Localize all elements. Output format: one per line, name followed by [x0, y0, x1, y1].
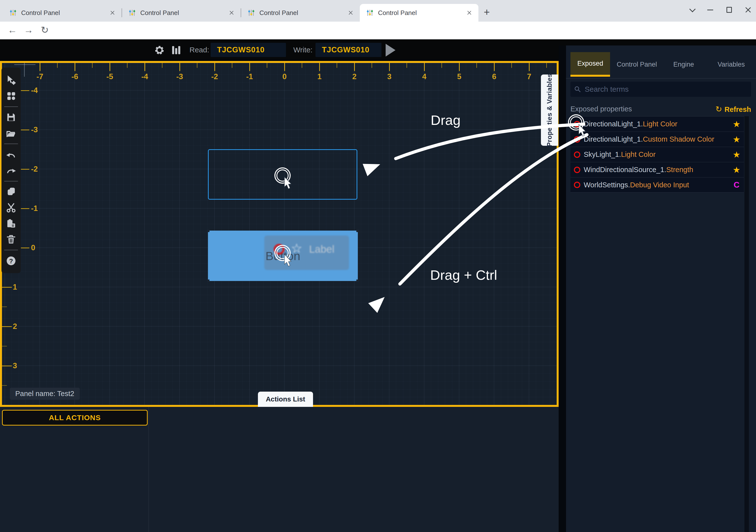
sidebar-tab-variables[interactable]: Variables	[711, 52, 752, 77]
composite-badge[interactable]: C	[729, 180, 744, 190]
exposed-property-row[interactable]: DirectionalLight_1.Custom Shadow Color★	[570, 132, 744, 147]
favorite-star-icon[interactable]: ★	[729, 119, 744, 129]
panel-name-badge: Panel name: Test2	[10, 388, 80, 400]
redo-icon[interactable]	[6, 165, 16, 176]
property-name: Strength	[666, 166, 693, 174]
maximize-icon[interactable]	[726, 7, 732, 13]
panel-editor-canvas[interactable]: Button ☆ Label Drag Drag + Ctrl Panel na…	[0, 61, 559, 407]
read-label: Read:	[189, 46, 209, 54]
sidebar-tabs: ExposedControl PanelEngineVariables	[566, 45, 756, 79]
favorite-star-icon[interactable]: ★	[729, 165, 744, 175]
favorite-star-icon[interactable]: ★	[729, 135, 744, 144]
exposed-property-row[interactable]: WindDirectionalSource_1.Strength★	[570, 162, 744, 177]
property-owner: WindDirectionalSource_1.	[584, 166, 666, 174]
property-owner: DirectionalLight_1.	[584, 120, 643, 128]
read-engine-input[interactable]	[211, 43, 286, 57]
resize-handle[interactable]	[356, 230, 359, 232]
editor-toolbar: ?	[1, 67, 21, 273]
close-tab-icon[interactable]	[348, 10, 353, 15]
ruler-tick-x	[389, 63, 390, 71]
ruler-label-x: 2	[352, 72, 356, 81]
sidebar-search[interactable]	[570, 82, 751, 97]
settings-gear-icon[interactable]	[154, 45, 165, 56]
ruler-tick-y	[21, 130, 29, 130]
ruler-tick-x	[74, 63, 75, 71]
right-sidebar: ExposedControl PanelEngineVariables Expo…	[566, 45, 756, 532]
ruler-minor-tick-x	[337, 63, 337, 68]
ruler-tick-x	[494, 63, 495, 71]
app-favicon-sliders-icon	[248, 9, 255, 16]
resize-handle[interactable]	[207, 280, 209, 282]
record-ring-icon[interactable]	[574, 167, 580, 173]
sidebar-tab-engine[interactable]: Engine	[666, 52, 701, 77]
open-folder-icon[interactable]	[6, 128, 16, 139]
search-input[interactable]	[585, 85, 748, 93]
close-tab-icon[interactable]	[467, 10, 472, 15]
property-name: Light Color	[643, 120, 677, 128]
sidebar-tab-exposed[interactable]: Exposed	[570, 52, 610, 77]
forward-button[interactable]: →	[22, 23, 36, 37]
browser-tab-0[interactable]: Control Panel	[3, 4, 122, 22]
columns-layout-icon[interactable]	[170, 45, 182, 56]
ruler-minor-tick-x	[267, 63, 267, 68]
new-tab-button[interactable]: +	[481, 7, 492, 18]
play-button[interactable]	[386, 44, 395, 57]
exposed-property-row[interactable]: SkyLight_1.Light Color★	[570, 147, 744, 162]
delete-trash-icon[interactable]	[6, 234, 16, 245]
ruler-label-y: 3	[13, 361, 17, 370]
record-ring-icon[interactable]	[574, 151, 580, 158]
properties-variables-tab[interactable]: Properties & Variables	[541, 74, 558, 146]
browser-tab-3[interactable]: Control Panel	[360, 4, 478, 22]
favorite-star-icon[interactable]: ★	[729, 150, 744, 160]
actions-list-tab[interactable]: Actions List	[258, 392, 313, 407]
help-icon[interactable]: ?	[6, 255, 16, 266]
ruler-tick-x	[354, 63, 355, 71]
write-engine-input[interactable]	[315, 43, 381, 57]
browser-tab-2[interactable]: Control Panel	[241, 4, 360, 22]
save-icon[interactable]	[6, 112, 16, 123]
ruler-label-x: 1	[317, 72, 321, 81]
toolbar-divider	[4, 181, 18, 181]
reload-button[interactable]: ↻	[38, 23, 52, 37]
all-actions-button[interactable]: ALL ACTIONS	[2, 410, 148, 425]
drag-ctrl-annotation: Drag + Ctrl	[430, 267, 497, 283]
ruler-tick-x	[284, 63, 285, 71]
sidebar-scrollbar[interactable]	[744, 116, 749, 532]
select-move-tool-icon[interactable]	[6, 75, 16, 86]
close-tab-icon[interactable]	[110, 10, 115, 15]
copy-icon[interactable]	[6, 186, 16, 197]
ruler-label-x: -6	[71, 72, 78, 81]
paste-icon[interactable]	[6, 218, 16, 229]
resize-handle[interactable]	[207, 230, 209, 232]
exposed-property-row[interactable]: WorldSettings.Debug Video InputC	[570, 177, 744, 192]
ruler-minor-tick-x	[197, 63, 197, 68]
dragged-property-ghost: ☆ Label	[264, 236, 349, 270]
sidebar-tab-control-panel[interactable]: Control Panel	[610, 52, 664, 77]
minimize-icon[interactable]	[707, 10, 713, 10]
record-ring-icon	[274, 244, 284, 255]
tab-search-chevron-icon[interactable]	[689, 6, 695, 12]
ruler-label-x: 7	[527, 72, 531, 81]
browser-tab-1[interactable]: Control Panel	[122, 4, 241, 22]
close-tab-icon[interactable]	[229, 10, 234, 15]
refresh-button[interactable]: ↻Refresh	[716, 105, 751, 114]
ruler-minor-tick-x	[372, 63, 372, 68]
browser-titlebar: Control PanelControl PanelControl PanelC…	[0, 0, 756, 22]
canvas-grid[interactable]: Button ☆ Label Drag Drag + Ctrl Panel na…	[2, 63, 557, 405]
origin-crosshair-icon	[24, 63, 25, 77]
undo-icon[interactable]	[6, 149, 16, 160]
resize-handle[interactable]	[356, 280, 359, 282]
exposed-property-row[interactable]: DirectionalLight_1.Light Color★	[570, 116, 744, 132]
toolbar-divider	[4, 143, 18, 144]
ruler-tick-y	[21, 247, 29, 248]
window-controls	[689, 2, 751, 17]
ruler-label-y: -1	[31, 204, 38, 213]
components-tool-icon[interactable]	[6, 90, 16, 101]
close-window-icon[interactable]	[745, 7, 751, 13]
record-ring-icon[interactable]	[574, 182, 580, 188]
record-ring-icon[interactable]	[574, 136, 580, 142]
selected-drop-target[interactable]	[208, 149, 357, 200]
record-ring-icon[interactable]	[574, 121, 580, 127]
back-button[interactable]: ←	[5, 23, 19, 37]
cut-scissors-icon[interactable]	[6, 202, 16, 213]
